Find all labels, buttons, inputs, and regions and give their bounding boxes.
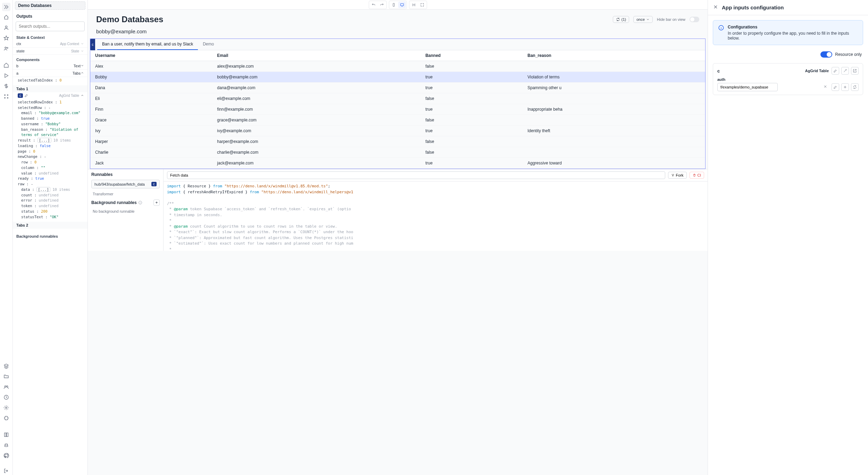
svg-point-7 (5, 386, 6, 387)
user-icon[interactable] (2, 24, 10, 32)
code-editor[interactable]: import { Resource } from "https://deno.l… (164, 181, 708, 251)
clock-icon[interactable] (2, 393, 10, 401)
auth-refresh-button[interactable] (851, 83, 859, 91)
desktop-view-button[interactable] (398, 2, 406, 8)
mobile-view-button[interactable] (390, 2, 398, 8)
table-row[interactable]: Gracegrace@example.comfalse (90, 115, 705, 126)
refresh-button[interactable]: (1) (613, 16, 629, 23)
dollar-icon[interactable] (2, 82, 10, 90)
team-icon[interactable] (2, 383, 10, 391)
chevron-down-icon (81, 64, 84, 67)
table-row[interactable]: Charliecharlie@example.comfalse (90, 147, 705, 158)
hide-bar-toggle[interactable] (690, 17, 699, 22)
align-button[interactable] (410, 2, 418, 8)
auth-edit-button[interactable] (832, 83, 839, 91)
column-header[interactable]: Email (212, 50, 420, 61)
add-runnable-button[interactable]: + (153, 200, 160, 206)
comp-c[interactable]: c AgGrid Table (13, 92, 87, 99)
table-row[interactable]: Danadana@example.comtrueSpamming other u (90, 83, 705, 93)
clear-auth-button[interactable] (823, 85, 827, 90)
canvas-title: Demo Databases (96, 15, 163, 24)
runnable-item[interactable]: hub/943/supabase/fetch_data c (91, 180, 160, 188)
tab-ban[interactable]: Ban a user, notify them by email, and us… (97, 39, 198, 50)
bg-runnables-heading: Background runnables (91, 200, 137, 205)
tabs2-label[interactable]: Tabs 2 (13, 222, 87, 229)
undo-button[interactable] (370, 2, 377, 8)
config-card: c AgGrid Table auth (713, 63, 863, 95)
no-bg-text: No background runnable (91, 209, 160, 214)
selection-marker: c (90, 39, 95, 50)
play-icon[interactable] (2, 71, 10, 80)
logout-icon[interactable] (2, 467, 10, 475)
external-button[interactable] (851, 67, 859, 75)
search-input[interactable] (16, 22, 85, 31)
gear-icon[interactable] (2, 404, 10, 412)
table-row[interactable]: Elieli@example.comfalse (90, 93, 705, 104)
grid-icon[interactable] (2, 92, 10, 101)
redo-button[interactable] (378, 2, 386, 8)
fork-icon (671, 173, 675, 177)
resource-only-toggle[interactable] (820, 51, 832, 58)
svg-point-6 (7, 97, 8, 99)
table-row[interactable]: Harperharper@example.comfalse (90, 136, 705, 147)
comp-b[interactable]: b Text (13, 62, 87, 70)
star-icon[interactable] (2, 34, 10, 42)
chevron-down-icon (81, 42, 84, 45)
svg-point-12 (7, 445, 7, 445)
fetch-data-input[interactable] (167, 171, 665, 179)
svg-point-8 (7, 386, 8, 387)
data-grid[interactable]: UsernameEmailBannedBan_reason Alexalex@e… (90, 50, 705, 169)
auth-input[interactable] (717, 83, 778, 91)
config-comp-type: AgGrid Table (805, 69, 829, 73)
tabs1-label[interactable]: Tabs 1 (13, 85, 87, 92)
close-icon (713, 4, 718, 10)
selected-email: bobby@example.com (88, 27, 708, 39)
expand-button[interactable] (418, 2, 426, 8)
book-icon[interactable] (2, 431, 10, 439)
svg-point-1 (5, 47, 6, 48)
fork-button[interactable]: Fork (668, 172, 687, 179)
resource-only-label: Resource only (835, 52, 862, 57)
discord-icon[interactable] (2, 441, 10, 449)
table-row[interactable]: Jackjack@example.comtrueAggressive towar… (90, 158, 705, 169)
ctx-row[interactable]: ctx App Context (13, 40, 87, 48)
folder-icon[interactable] (2, 372, 10, 381)
chevron-down-icon (81, 49, 84, 53)
once-select[interactable]: once (633, 16, 653, 23)
state-row[interactable]: state State (13, 48, 87, 55)
edit-config-button[interactable] (832, 67, 839, 75)
column-header[interactable]: Username (90, 50, 212, 61)
svg-rect-14 (400, 3, 403, 6)
column-header[interactable]: Ban_reason (523, 50, 705, 61)
puzzle-icon[interactable] (2, 414, 10, 422)
home-icon[interactable] (2, 13, 10, 22)
users-icon[interactable] (2, 44, 10, 53)
table-row[interactable]: Bobbybobby@example.comtrueViolation of t… (90, 72, 705, 83)
svg-point-10 (6, 407, 7, 408)
edit-icon[interactable] (24, 93, 28, 97)
close-button[interactable] (713, 4, 718, 11)
house-icon[interactable] (2, 61, 10, 69)
trash-icon (693, 173, 696, 177)
hide-bar-label: Hide bar on view (657, 17, 685, 22)
tab-demo[interactable]: Demo (198, 39, 219, 50)
svg-point-5 (5, 97, 6, 99)
transformer-item[interactable]: Transformer (91, 191, 160, 197)
table-row[interactable]: Alexalex@example.comfalse (90, 61, 705, 72)
table-row[interactable]: Ivyivy@example.comtrueIdentity theft (90, 126, 705, 136)
auth-add-button[interactable] (841, 83, 849, 91)
github-icon[interactable] (2, 451, 10, 460)
bg-runnables-label: Background runnables (13, 231, 87, 239)
auth-label: auth (717, 77, 859, 82)
layers-icon[interactable] (2, 362, 10, 370)
table-row[interactable]: Finnfinn@example.comtrueInappropriate be… (90, 104, 705, 115)
wand-button[interactable] (841, 67, 849, 75)
clear-button[interactable]: Cl (690, 172, 704, 179)
svg-point-0 (5, 26, 7, 28)
svg-point-11 (5, 445, 6, 445)
config-drawer: App inputs configuration Configurations … (708, 0, 868, 475)
logo-icon[interactable] (2, 3, 10, 11)
comp-a[interactable]: a Tabs (13, 70, 87, 77)
state-tree: selectedRowIndex : 1 selectedRow : - ema… (13, 99, 87, 222)
column-header[interactable]: Banned (420, 50, 523, 61)
